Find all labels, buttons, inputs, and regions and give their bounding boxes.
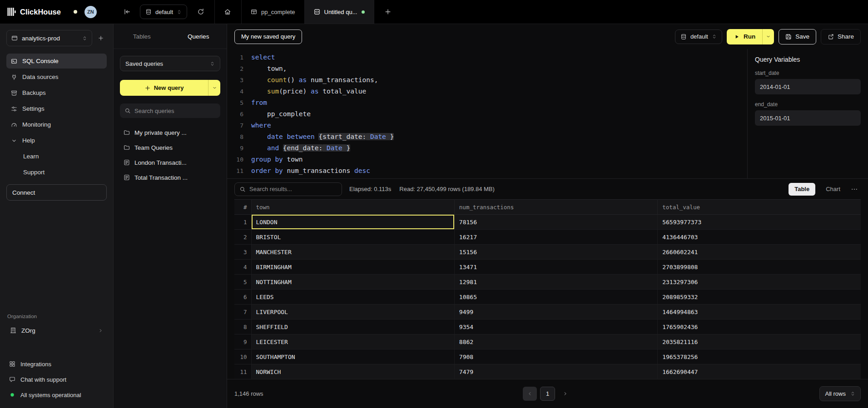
end-date-input[interactable]: [755, 110, 861, 126]
chevron-left-icon: [527, 391, 532, 396]
view-tab-table[interactable]: Table: [789, 183, 815, 196]
page-size-select[interactable]: All rows: [819, 386, 861, 401]
column-header-town[interactable]: town: [251, 200, 454, 215]
save-button[interactable]: Save: [779, 29, 816, 44]
cell-town[interactable]: LONDON: [251, 215, 454, 230]
cell-total_value[interactable]: 2703899808: [658, 260, 861, 275]
current-page[interactable]: 1: [540, 387, 555, 401]
cell-town[interactable]: MANCHESTER: [251, 245, 454, 260]
query-panel: Tables Queries Saved queries New query: [114, 24, 227, 408]
cell-num_transactions[interactable]: 7479: [454, 364, 657, 379]
search-results-input[interactable]: [249, 186, 337, 192]
workspace-row: analytics-prod: [6, 30, 107, 46]
saved-query-tab[interactable]: My new saved query: [234, 29, 302, 44]
prev-page-button[interactable]: [523, 387, 537, 401]
tab-pp-complete[interactable]: pp_complete: [241, 0, 304, 24]
column-header-row-number[interactable]: #: [234, 200, 251, 215]
cell-total_value[interactable]: 1662690447: [658, 364, 861, 379]
cell-num_transactions[interactable]: 10865: [454, 290, 657, 305]
cell-num_transactions[interactable]: 12981: [454, 275, 657, 290]
saved-query-item-london-transacti[interactable]: London Transacti...: [120, 155, 220, 170]
new-tab-button[interactable]: [384, 8, 392, 15]
collapse-left-icon[interactable]: [124, 8, 131, 15]
cell-town[interactable]: LIVERPOOL: [251, 305, 454, 320]
sql-editor[interactable]: 1select2 town,3 count() as num_transacti…: [227, 49, 747, 178]
cell-num_transactions[interactable]: 15156: [454, 245, 657, 260]
sidebar-item-integrations[interactable]: Integrations: [6, 357, 107, 371]
cell-num_transactions[interactable]: 7908: [454, 349, 657, 364]
search-queries-input[interactable]: [134, 108, 216, 114]
cell-town[interactable]: BIRMINGHAM: [251, 260, 454, 275]
cell-town[interactable]: NORWICH: [251, 364, 454, 379]
cell-num_transactions[interactable]: 9499: [454, 305, 657, 320]
cell-num_transactions[interactable]: 16217: [454, 230, 657, 245]
editor-toolbar: My new saved query default Run: [227, 24, 868, 49]
chevrons-updown-icon: [177, 10, 182, 15]
next-page-button[interactable]: [558, 387, 572, 401]
run-dropdown-button[interactable]: [762, 29, 774, 44]
sidebar-item-learn[interactable]: Learn: [6, 149, 107, 164]
table-row: 6LEEDS108652089859332: [234, 290, 861, 305]
saved-queries-select[interactable]: Saved queries: [120, 56, 220, 71]
pagination: 1: [523, 387, 572, 401]
start-date-label: start_date: [755, 70, 861, 76]
cell-total_value[interactable]: 2313297306: [658, 275, 861, 290]
cell-total_value[interactable]: 1464994863: [658, 305, 861, 320]
more-options-button[interactable]: [851, 186, 861, 193]
cell-total_value[interactable]: 2089859332: [658, 290, 861, 305]
topbar-database-selector[interactable]: default: [140, 5, 187, 19]
connect-button[interactable]: Connect: [6, 184, 107, 201]
sidebar-item-settings[interactable]: Settings: [6, 101, 107, 116]
sidebar-item-label: Help: [22, 137, 35, 144]
sidebar-item-help[interactable]: Help: [6, 133, 107, 148]
sidebar-item-sql-console[interactable]: SQL Console: [6, 54, 107, 69]
column-header-num-transactions[interactable]: num_transactions: [454, 200, 657, 215]
cell-num_transactions[interactable]: 78156: [454, 215, 657, 230]
view-tab-chart[interactable]: Chart: [820, 183, 846, 196]
cell-num_transactions[interactable]: 13471: [454, 260, 657, 275]
editor-database-selector[interactable]: default: [675, 29, 722, 44]
home-icon[interactable]: [224, 8, 231, 15]
tab-tables[interactable]: Tables: [114, 24, 170, 49]
cell-town[interactable]: SHEFFIELD: [251, 320, 454, 334]
user-avatar[interactable]: ZN: [84, 6, 97, 18]
cell-town[interactable]: LEEDS: [251, 290, 454, 305]
sidebar-item-data-sources[interactable]: Data sources: [6, 69, 107, 84]
cell-town[interactable]: SOUTHAMPTON: [251, 349, 454, 364]
cell-total_value[interactable]: 4136446703: [658, 230, 861, 245]
sidebar-item-support[interactable]: Support: [6, 165, 107, 180]
cell-num_transactions[interactable]: 9354: [454, 320, 657, 334]
cell-town[interactable]: BRISTOL: [251, 230, 454, 245]
cell-total_value[interactable]: 1765902436: [658, 320, 861, 334]
sidebar-item-chat-with-support[interactable]: Chat with support: [6, 373, 107, 386]
editor-toolbar-actions: default Run Save: [675, 29, 861, 44]
share-button[interactable]: Share: [821, 29, 861, 44]
cell-total_value[interactable]: 1965378256: [658, 349, 861, 364]
saved-query-item-team-queries[interactable]: Team Queries: [120, 140, 220, 155]
sidebar-item-monitoring[interactable]: Monitoring: [6, 117, 107, 132]
new-query-button[interactable]: New query: [120, 80, 208, 96]
organization-item[interactable]: ZOrg: [6, 323, 107, 338]
new-query-dropdown-button[interactable]: [208, 80, 220, 96]
saved-query-item-total-transaction[interactable]: Total Transaction ...: [120, 170, 220, 185]
sidebar-item-backups[interactable]: Backups: [6, 85, 107, 100]
cell-town[interactable]: LEICESTER: [251, 334, 454, 349]
add-service-button[interactable]: [95, 31, 107, 45]
cell-total_value[interactable]: 56593977373: [658, 215, 861, 230]
run-button[interactable]: Run: [727, 29, 762, 44]
cell-num_transactions[interactable]: 8862: [454, 334, 657, 349]
tab-untitled-query[interactable]: Untitled qu...: [304, 0, 374, 24]
tab-queries[interactable]: Queries: [170, 24, 227, 49]
results-section: Elapsed: 0.113s Read: 27,450,499 rows (1…: [227, 178, 868, 408]
cell-total_value[interactable]: 2660602241: [658, 245, 861, 260]
chevrons-updown-icon: [712, 34, 717, 39]
workspace-icon: [11, 35, 18, 41]
workspace-selector[interactable]: analytics-prod: [6, 30, 92, 46]
start-date-input[interactable]: [755, 79, 861, 94]
column-header-total-value[interactable]: total_value: [658, 200, 861, 215]
sidebar-item-all-systems-operational[interactable]: All systems operational: [6, 388, 107, 402]
saved-query-item-my-private-query[interactable]: My private query ...: [120, 125, 220, 140]
cell-town[interactable]: NOTTINGHAM: [251, 275, 454, 290]
refresh-icon[interactable]: [197, 8, 204, 15]
cell-total_value[interactable]: 2035821116: [658, 334, 861, 349]
